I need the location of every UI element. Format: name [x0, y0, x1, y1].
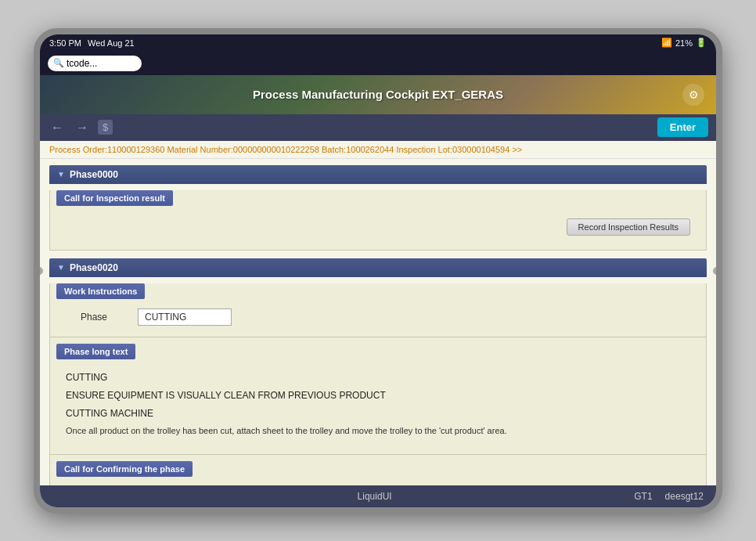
main-content[interactable]: ▼ Phase0000 Call for Inspection result R…	[40, 159, 716, 485]
phase0020-header[interactable]: ▼ Phase0020	[49, 258, 707, 277]
breadcrumb-text: Process Order:110000129360 Material Numb…	[49, 145, 522, 154]
forward-button[interactable]: →	[73, 119, 92, 136]
settings-button[interactable]: ⚙	[682, 84, 704, 106]
phase0000-arrow-icon: ▼	[57, 170, 65, 179]
phase0020-section: ▼ Phase0020 Work Instructions Phase CUTT…	[49, 258, 707, 485]
status-bar: 3:50 PM Wed Aug 21 📶 21% 🔋	[40, 34, 716, 52]
phase0020-body: Work Instructions Phase CUTTING Phase lo…	[49, 283, 707, 485]
bottom-bar-center: LiquidUI	[115, 491, 634, 502]
wifi-icon: 📶	[661, 38, 672, 48]
long-text-line-4: Once all product on the trolley has been…	[66, 424, 690, 438]
phase-long-text-header: Phase long text	[56, 344, 135, 359]
status-time: 3:50 PM	[49, 38, 81, 48]
phase0000-header[interactable]: ▼ Phase0000	[49, 165, 707, 184]
device-label: GT1	[634, 491, 652, 502]
user-label: deesgt12	[665, 491, 704, 502]
phase-value: CUTTING	[138, 308, 232, 326]
toolbar: ← → $ Enter	[40, 114, 716, 141]
battery-icon: 🔋	[696, 38, 707, 48]
phase0000-section: ▼ Phase0000 Call for Inspection result R…	[49, 165, 707, 251]
phase-long-text-body: CUTTING ENSURE EQUIPMENT IS VISUALLY CLE…	[56, 364, 700, 448]
search-icon: 🔍	[53, 58, 64, 68]
record-inspection-button[interactable]: Record Inspection Results	[567, 218, 690, 236]
phase0000-label: Phase0000	[70, 169, 118, 180]
phase0020-arrow-icon: ▼	[57, 263, 65, 272]
search-bar: 🔍	[40, 52, 716, 75]
long-text-line-1: CUTTING	[66, 370, 690, 385]
work-instructions-row: Phase CUTTING	[56, 304, 700, 330]
battery-percent: 21%	[675, 38, 693, 48]
breadcrumb: Process Order:110000129360 Material Numb…	[40, 141, 716, 159]
header-banner: Process Manufacturing Cockpit EXT_GERAS …	[40, 75, 716, 114]
status-date: Wed Aug 21	[88, 38, 135, 48]
phase0020-label: Phase0020	[70, 262, 118, 273]
long-text-line-3: CUTTING MACHINE	[66, 406, 690, 421]
work-instructions-header: Work Instructions	[56, 283, 145, 299]
back-button[interactable]: ←	[48, 119, 67, 136]
enter-button[interactable]: Enter	[657, 117, 708, 137]
phase-label: Phase	[63, 312, 125, 323]
call-inspection-body: Record Inspection Results	[56, 211, 700, 243]
phase-long-text-section: Phase long text CUTTING ENSURE EQUIPMENT…	[56, 344, 700, 448]
work-instructions-section: Work Instructions Phase CUTTING	[56, 283, 700, 330]
long-text-line-2: ENSURE EQUIPMENT IS VISUALLY CLEAN FROM …	[66, 388, 690, 403]
call-inspection-section: Call for Inspection result Record Inspec…	[56, 190, 700, 243]
call-confirming-header: Call for Confirming the phase	[56, 461, 193, 477]
header-title: Process Manufacturing Cockpit EXT_GERAS	[74, 88, 682, 101]
call-inspection-header: Call for Inspection result	[56, 190, 173, 206]
phase0000-body: Call for Inspection result Record Inspec…	[49, 190, 707, 251]
call-confirming-section: Call for Confirming the phase Confirm Ph…	[56, 461, 700, 485]
bottom-bar: LiquidUI GT1 deesgt12	[40, 485, 716, 507]
dollar-button[interactable]: $	[98, 120, 113, 135]
